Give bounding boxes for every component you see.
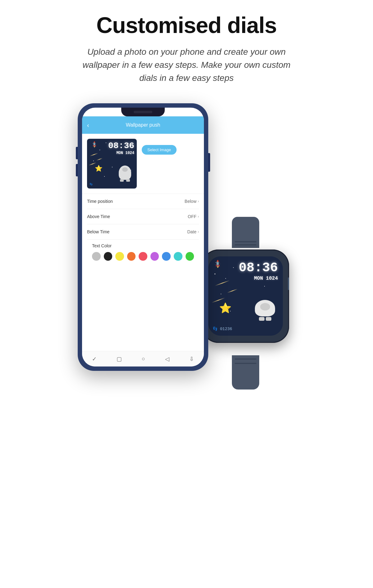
watch-body: 🚀 08:36 MON 1024 ⭐ [202,250,289,343]
chevron-icon: › [198,214,199,219]
star-dot [112,167,113,167]
star-dot [225,278,226,279]
setting-label-above-time: Above Time [87,214,110,219]
yellow-star-icon: ⭐ [95,165,102,171]
color-dot-blue[interactable] [162,252,171,261]
star-dot [104,176,105,177]
color-dot-purple[interactable] [150,252,159,261]
setting-row-time-position[interactable]: Time position Below › [87,194,199,209]
watch-crown [288,278,289,290]
select-image-button[interactable]: Select Image [142,145,177,155]
watch-face: 🚀 08:36 MON 1024 ⭐ [208,256,283,336]
back-button[interactable]: ‹ [87,122,89,129]
settings-section: Time position Below › Above Time OFF › B… [82,194,204,351]
star-dot [99,150,100,150]
star-dot [221,294,221,294]
color-dot-yellow[interactable] [115,252,124,261]
shooting-star [96,158,102,161]
phone-notch [121,108,165,116]
watch-screen: 🚀 08:36 MON 1024 ⭐ [208,256,283,336]
thumb-date: MON 1024 [90,151,134,155]
watch-steps-display: 👣 01236 [213,326,232,331]
nav-square-icon[interactable]: ▢ [117,356,122,362]
watch-band-top [232,217,259,248]
color-dot-green[interactable] [186,252,194,261]
color-dot-orange[interactable] [127,252,136,261]
star-dot [233,267,234,268]
text-color-label: Text Color [92,243,194,248]
setting-label-time-position: Time position [87,199,113,204]
star-dot [93,161,94,161]
setting-value-above-time: OFF › [188,214,199,219]
color-dot-cyan[interactable] [174,252,182,261]
app-header-title: Wallpaper push [126,122,160,128]
yellow-star-icon: ⭐ [219,302,232,314]
watch-face-thumbnail: 🚀 08:36 MON 1024 ⭐ [87,139,137,189]
star-dot [264,286,265,287]
vol-button-2 [76,164,78,176]
vol-button-1 [76,147,78,159]
watch-date-display: MON 1024 [254,276,278,281]
setting-value-time-position: Below › [185,199,199,204]
color-dot-gray[interactable] [92,252,101,261]
chevron-icon: › [198,199,199,203]
star-dot [214,273,215,274]
astronaut-figure [255,300,275,322]
page-title: Customised dials [96,12,277,38]
astronaut-icon [119,166,131,180]
setting-value-below-time: Date › [187,229,199,234]
power-button [208,153,210,172]
color-dot-black[interactable] [104,252,113,261]
text-color-section: Text Color [87,240,199,264]
star-dot [106,142,106,143]
shooting-star [215,280,230,286]
setting-row-below-time[interactable]: Below Time Date › [87,224,199,240]
shooting-star [227,289,238,293]
setting-label-below-time: Below Time [87,229,109,234]
smartwatch-mockup: 🚀 08:36 MON 1024 ⭐ [196,243,295,362]
star-dot [121,153,122,153]
nav-checkmark-icon[interactable]: ✓ [92,356,97,362]
rocket-icon: 🚀 [213,259,223,269]
app-header: ‹ Wallpaper push [82,116,204,134]
nav-circle-icon[interactable]: ○ [142,356,145,362]
chevron-icon: › [198,230,199,234]
color-dot-pink[interactable] [139,252,147,261]
page-subtitle: Upload a photo on your phone and create … [78,45,295,85]
setting-row-above-time[interactable]: Above Time OFF › [87,209,199,224]
thumb-steps: 👣 [90,183,93,186]
watch-time-display: 08:36 [239,261,278,274]
phone-screen: ‹ Wallpaper push [82,108,204,366]
star-dot [115,145,116,146]
phone-mockup: ‹ Wallpaper push [78,103,208,371]
devices-container: ‹ Wallpaper push [47,103,326,371]
app-preview-section: 🚀 08:36 MON 1024 ⭐ [82,134,204,194]
nav-menu-icon[interactable]: ⇩ [189,356,194,362]
color-picker [92,252,194,261]
nav-back-icon[interactable]: ◁ [165,356,169,362]
phone-nav-bar: ✓ ▢ ○ ◁ ⇩ [82,351,204,366]
watch-band-bottom [232,355,259,390]
